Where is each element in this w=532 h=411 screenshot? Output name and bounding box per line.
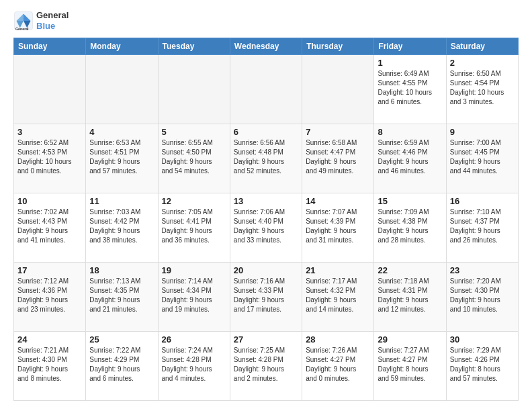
calendar-cell: 20Sunrise: 7:16 AMSunset: 4:33 PMDayligh… <box>230 263 302 332</box>
day-info: Sunrise: 7:10 AMSunset: 4:37 PMDaylight:… <box>450 208 515 245</box>
calendar-cell: 18Sunrise: 7:13 AMSunset: 4:35 PMDayligh… <box>86 263 158 332</box>
logo-text: General Blue <box>36 10 69 31</box>
calendar-cell: 6Sunrise: 6:56 AMSunset: 4:48 PMDaylight… <box>230 124 302 193</box>
day-info: Sunrise: 6:59 AMSunset: 4:46 PMDaylight:… <box>378 138 442 176</box>
day-info: Sunrise: 7:09 AMSunset: 4:38 PMDaylight:… <box>378 208 442 245</box>
day-number: 16 <box>450 196 515 206</box>
calendar-cell: 17Sunrise: 7:12 AMSunset: 4:36 PMDayligh… <box>14 263 86 332</box>
day-info: Sunrise: 7:14 AMSunset: 4:34 PMDaylight:… <box>162 277 226 314</box>
calendar-cell: 7Sunrise: 6:58 AMSunset: 4:47 PMDaylight… <box>302 124 374 193</box>
day-number: 21 <box>306 265 370 275</box>
logo: General General Blue <box>13 10 69 31</box>
day-number: 25 <box>89 334 154 345</box>
day-number: 3 <box>17 127 82 137</box>
calendar-header-saturday: Saturday <box>446 38 518 55</box>
calendar-header-monday: Monday <box>86 38 158 55</box>
calendar-cell <box>158 55 230 124</box>
calendar-cell: 16Sunrise: 7:10 AMSunset: 4:37 PMDayligh… <box>446 193 518 263</box>
day-number: 29 <box>378 334 442 345</box>
calendar-cell <box>86 55 158 124</box>
day-info: Sunrise: 7:05 AMSunset: 4:41 PMDaylight:… <box>162 208 226 245</box>
day-number: 27 <box>234 334 298 345</box>
calendar-cell: 25Sunrise: 7:22 AMSunset: 4:29 PMDayligh… <box>86 332 158 401</box>
calendar-cell: 19Sunrise: 7:14 AMSunset: 4:34 PMDayligh… <box>158 263 230 332</box>
calendar-cell: 23Sunrise: 7:20 AMSunset: 4:30 PMDayligh… <box>446 263 518 332</box>
calendar-cell: 3Sunrise: 6:52 AMSunset: 4:53 PMDaylight… <box>14 124 86 193</box>
calendar-cell: 28Sunrise: 7:26 AMSunset: 4:27 PMDayligh… <box>302 332 374 401</box>
day-number: 30 <box>450 334 515 345</box>
day-number: 10 <box>17 196 82 206</box>
calendar-header-sunday: Sunday <box>14 38 86 55</box>
day-number: 13 <box>234 196 298 206</box>
day-info: Sunrise: 6:58 AMSunset: 4:47 PMDaylight:… <box>306 138 370 176</box>
day-info: Sunrise: 7:25 AMSunset: 4:28 PMDaylight:… <box>234 346 298 383</box>
day-info: Sunrise: 7:17 AMSunset: 4:32 PMDaylight:… <box>306 277 370 314</box>
calendar-cell: 4Sunrise: 6:53 AMSunset: 4:51 PMDaylight… <box>86 124 158 193</box>
calendar-week-3: 10Sunrise: 7:02 AMSunset: 4:43 PMDayligh… <box>14 193 519 263</box>
calendar-cell: 29Sunrise: 7:27 AMSunset: 4:27 PMDayligh… <box>374 332 446 401</box>
svg-text:General: General <box>15 26 29 30</box>
day-info: Sunrise: 7:24 AMSunset: 4:28 PMDaylight:… <box>162 346 226 383</box>
day-info: Sunrise: 7:02 AMSunset: 4:43 PMDaylight:… <box>17 208 82 245</box>
calendar-cell <box>14 55 86 124</box>
day-number: 12 <box>162 196 226 206</box>
day-number: 23 <box>450 265 515 275</box>
day-number: 19 <box>162 265 226 275</box>
calendar-week-4: 17Sunrise: 7:12 AMSunset: 4:36 PMDayligh… <box>14 263 519 332</box>
calendar-cell <box>302 55 374 124</box>
calendar-header-tuesday: Tuesday <box>158 38 230 55</box>
calendar-cell: 30Sunrise: 7:29 AMSunset: 4:26 PMDayligh… <box>446 332 518 401</box>
calendar-cell: 26Sunrise: 7:24 AMSunset: 4:28 PMDayligh… <box>158 332 230 401</box>
day-number: 28 <box>306 334 370 345</box>
day-number: 24 <box>17 334 82 345</box>
day-number: 9 <box>450 127 515 137</box>
day-number: 5 <box>162 127 226 137</box>
day-info: Sunrise: 6:55 AMSunset: 4:50 PMDaylight:… <box>162 138 226 176</box>
day-info: Sunrise: 7:21 AMSunset: 4:30 PMDaylight:… <box>17 346 82 383</box>
day-number: 18 <box>89 265 154 275</box>
day-info: Sunrise: 7:29 AMSunset: 4:26 PMDaylight:… <box>450 346 515 383</box>
day-info: Sunrise: 7:22 AMSunset: 4:29 PMDaylight:… <box>89 346 154 383</box>
calendar-cell: 21Sunrise: 7:17 AMSunset: 4:32 PMDayligh… <box>302 263 374 332</box>
day-info: Sunrise: 7:07 AMSunset: 4:39 PMDaylight:… <box>306 208 370 245</box>
day-number: 17 <box>17 265 82 275</box>
day-number: 2 <box>450 58 515 68</box>
day-info: Sunrise: 7:12 AMSunset: 4:36 PMDaylight:… <box>17 277 82 314</box>
day-info: Sunrise: 7:18 AMSunset: 4:31 PMDaylight:… <box>378 277 442 314</box>
day-info: Sunrise: 7:16 AMSunset: 4:33 PMDaylight:… <box>234 277 298 314</box>
day-info: Sunrise: 6:53 AMSunset: 4:51 PMDaylight:… <box>89 138 154 176</box>
day-number: 6 <box>234 127 298 137</box>
day-number: 11 <box>89 196 154 206</box>
day-info: Sunrise: 7:13 AMSunset: 4:35 PMDaylight:… <box>89 277 154 314</box>
day-number: 22 <box>378 265 442 275</box>
calendar-cell: 9Sunrise: 7:00 AMSunset: 4:45 PMDaylight… <box>446 124 518 193</box>
day-info: Sunrise: 7:03 AMSunset: 4:42 PMDaylight:… <box>89 208 154 245</box>
calendar-week-5: 24Sunrise: 7:21 AMSunset: 4:30 PMDayligh… <box>14 332 519 401</box>
day-number: 26 <box>162 334 226 345</box>
calendar-header-friday: Friday <box>374 38 446 55</box>
logo-icon: General <box>13 11 34 31</box>
day-info: Sunrise: 6:50 AMSunset: 4:54 PMDaylight:… <box>450 69 515 107</box>
day-number: 15 <box>378 196 442 206</box>
calendar-cell <box>230 55 302 124</box>
calendar-cell: 15Sunrise: 7:09 AMSunset: 4:38 PMDayligh… <box>374 193 446 263</box>
calendar-week-2: 3Sunrise: 6:52 AMSunset: 4:53 PMDaylight… <box>14 124 519 193</box>
day-number: 20 <box>234 265 298 275</box>
day-info: Sunrise: 7:27 AMSunset: 4:27 PMDaylight:… <box>378 346 442 383</box>
calendar-cell: 11Sunrise: 7:03 AMSunset: 4:42 PMDayligh… <box>86 193 158 263</box>
calendar-header-thursday: Thursday <box>302 38 374 55</box>
calendar-header-row: SundayMondayTuesdayWednesdayThursdayFrid… <box>14 38 519 55</box>
page: General General Blue SundayMondayTuesday… <box>0 0 532 411</box>
header: General General Blue <box>13 10 519 31</box>
day-number: 14 <box>306 196 370 206</box>
calendar-header-wednesday: Wednesday <box>230 38 302 55</box>
day-number: 4 <box>89 127 154 137</box>
day-info: Sunrise: 7:20 AMSunset: 4:30 PMDaylight:… <box>450 277 515 314</box>
calendar-week-1: 1Sunrise: 6:49 AMSunset: 4:55 PMDaylight… <box>14 55 519 124</box>
calendar-cell: 12Sunrise: 7:05 AMSunset: 4:41 PMDayligh… <box>158 193 230 263</box>
calendar-table: SundayMondayTuesdayWednesdayThursdayFrid… <box>13 38 519 401</box>
calendar-cell: 2Sunrise: 6:50 AMSunset: 4:54 PMDaylight… <box>446 55 518 124</box>
calendar-cell: 8Sunrise: 6:59 AMSunset: 4:46 PMDaylight… <box>374 124 446 193</box>
day-number: 7 <box>306 127 370 137</box>
calendar-cell: 13Sunrise: 7:06 AMSunset: 4:40 PMDayligh… <box>230 193 302 263</box>
